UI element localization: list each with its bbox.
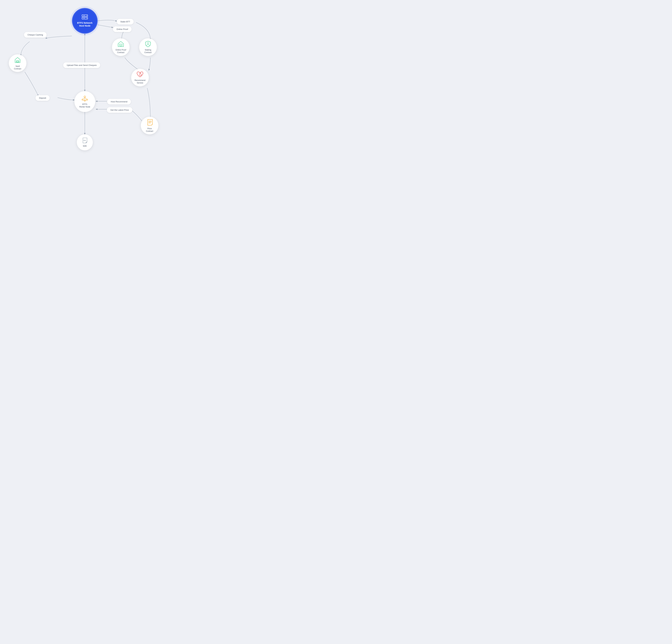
price-contract-node: Price Contract bbox=[141, 117, 158, 134]
online-proof-contract-node: Online Proof Contract bbox=[112, 38, 130, 56]
online-proof-contract-icon bbox=[117, 40, 124, 48]
svg-rect-24 bbox=[120, 44, 122, 46]
vault-node-label: Vault Contract bbox=[14, 65, 21, 70]
renter-node: BTFS Renter Node bbox=[74, 91, 95, 112]
latest-price-pill: Get the Latest Price bbox=[107, 107, 132, 113]
stake-btt-pill: Stake BTT bbox=[117, 19, 134, 24]
svg-line-12 bbox=[83, 98, 85, 99]
staking-contract-label: Staking Contract bbox=[144, 49, 152, 54]
sdk-node: SDK SDK bbox=[77, 134, 93, 150]
vault-node: Vault Contract bbox=[9, 54, 26, 72]
host-icon bbox=[81, 14, 88, 20]
staking-contract-node: Staking Contract bbox=[139, 38, 157, 56]
recommend-service-node: Recommend Service bbox=[131, 69, 149, 86]
host-node-label: BTFS Network Host Node bbox=[77, 22, 93, 27]
deposit-pill: Deposit bbox=[36, 95, 50, 101]
upload-files-pill: Upload Files and Send Cheques bbox=[63, 62, 100, 68]
svg-point-5 bbox=[86, 18, 87, 19]
renter-icon bbox=[81, 95, 88, 102]
recommend-service-label: Recommend Service bbox=[134, 79, 145, 84]
price-contract-icon bbox=[146, 119, 154, 126]
sdk-icon: SDK bbox=[82, 137, 88, 144]
renter-node-label: BTFS Renter Node bbox=[79, 103, 90, 108]
svg-line-13 bbox=[85, 98, 87, 99]
online-proof-pill: Online Proof bbox=[113, 26, 132, 32]
price-contract-label: Price Contract bbox=[146, 127, 153, 132]
staking-contract-icon bbox=[144, 40, 152, 48]
svg-point-3 bbox=[86, 15, 87, 16]
sdk-node-label: SDK bbox=[83, 145, 87, 147]
cheque-cashing-pill: Cheque Cashing bbox=[24, 32, 47, 38]
svg-point-25 bbox=[147, 42, 149, 44]
svg-rect-20 bbox=[16, 61, 19, 62]
host-recommend-pill: Host Recommend bbox=[107, 99, 131, 105]
svg-text:SDK: SDK bbox=[83, 139, 86, 141]
vault-icon bbox=[14, 56, 22, 64]
recommend-service-icon bbox=[136, 71, 144, 78]
diagram-container: BTFS Network Host Node BTFS Renter Node bbox=[0, 0, 176, 161]
online-proof-contract-label: Online Proof Contract bbox=[116, 49, 126, 54]
host-node: BTFS Network Host Node bbox=[72, 8, 98, 34]
svg-point-8 bbox=[84, 96, 86, 98]
